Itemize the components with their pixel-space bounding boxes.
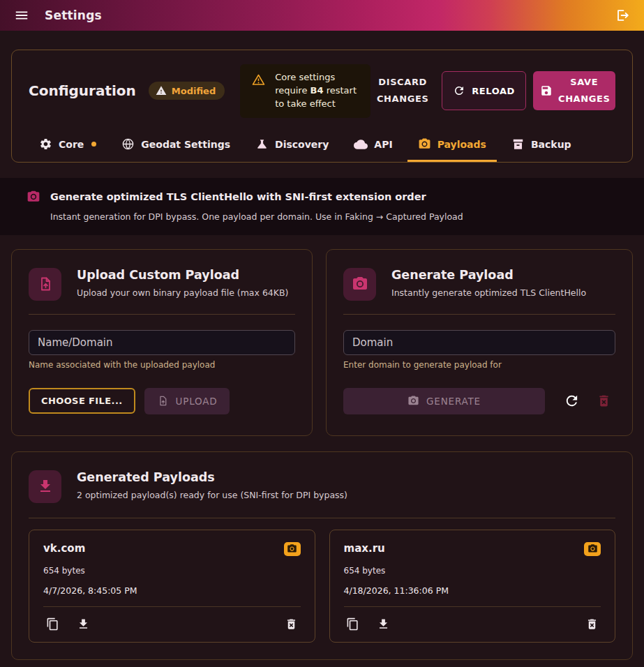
globe-icon <box>121 137 135 151</box>
tab-payloads-label: Payloads <box>437 139 486 150</box>
payload-card-vk: vk.com 654 bytes 4/7/2026, 8:45:05 PM <box>29 530 315 643</box>
payload-domain: vk.com <box>43 542 85 555</box>
modified-badge-label: Modified <box>172 86 216 96</box>
choose-file-button[interactable]: CHOOSE FILE... <box>29 388 135 414</box>
tab-discovery-label: Discovery <box>275 139 329 150</box>
generate-card-subtitle: Instantly generate optimized TLS ClientH… <box>391 287 586 298</box>
camera-badge-icon <box>584 542 601 556</box>
tab-api-label: API <box>374 139 392 150</box>
core-modified-dot <box>91 142 96 147</box>
delete-button[interactable] <box>283 615 301 634</box>
generated-subtitle: 2 optimized payload(s) ready for use (SN… <box>77 490 347 500</box>
download-button[interactable] <box>74 615 92 634</box>
name-domain-input[interactable] <box>29 330 295 355</box>
gear-icon <box>39 137 52 151</box>
copy-icon <box>346 617 359 631</box>
copy-icon <box>46 617 59 631</box>
warning-icon <box>156 85 167 96</box>
payload-list: vk.com 654 bytes 4/7/2026, 8:45:05 PM <box>29 530 615 643</box>
warning-triangle-icon <box>251 73 266 87</box>
save-icon <box>540 84 553 97</box>
upload-custom-payload-card: Upload Custom Payload Upload your own bi… <box>11 249 313 436</box>
refresh-button[interactable] <box>560 389 583 413</box>
payloads-info-banner: Generate optimized TLS ClientHello with … <box>0 178 644 235</box>
payload-card-max: max.ru 654 bytes 4/18/2026, 11:36:06 PM <box>329 530 616 643</box>
generate-card-title: Generate Payload <box>391 268 586 282</box>
tab-geodat-label: Geodat Settings <box>141 139 230 150</box>
generate-button-label: GENERATE <box>426 396 481 407</box>
delete-button[interactable] <box>583 615 601 634</box>
camera-icon <box>27 190 40 204</box>
camera-icon <box>418 137 431 151</box>
tab-payloads[interactable]: Payloads <box>407 129 497 162</box>
cloud-icon <box>354 137 368 151</box>
generated-payloads-panel: Generated Payloads 2 optimized payload(s… <box>11 451 633 660</box>
save-changes-label: SAVE CHANGES <box>558 74 610 108</box>
restart-warning: Core settings require B4 restart to take… <box>240 64 370 118</box>
camera-icon <box>407 395 419 407</box>
download-icon <box>77 617 90 631</box>
flask-icon <box>255 137 269 151</box>
camera-badge-icon <box>284 542 301 556</box>
generate-payload-card: Generate Payload Instantly generate opti… <box>326 249 633 436</box>
tab-api[interactable]: API <box>343 129 403 162</box>
generate-button[interactable]: GENERATE <box>343 388 545 414</box>
refresh-icon <box>453 84 465 97</box>
trash-icon <box>285 617 298 631</box>
save-changes-button[interactable]: SAVE CHANGES <box>533 71 615 110</box>
copy-button[interactable] <box>344 615 362 634</box>
trash-icon <box>585 617 599 631</box>
tab-backup[interactable]: Backup <box>501 129 582 162</box>
file-upload-icon <box>157 395 169 407</box>
copy-button[interactable] <box>43 615 61 634</box>
reload-button[interactable]: RELOAD <box>442 71 526 110</box>
logout-icon[interactable] <box>613 6 631 24</box>
download-icon <box>29 470 61 503</box>
discard-changes-button[interactable]: DISCARD CHANGES <box>370 74 435 108</box>
domain-input[interactable] <box>343 330 615 355</box>
upload-button-label: UPLOAD <box>176 396 218 407</box>
payload-timestamp: 4/7/2026, 8:45:05 PM <box>43 585 301 596</box>
configuration-title: Configuration <box>29 82 136 99</box>
tab-core-label: Core <box>59 139 84 150</box>
payload-size: 654 bytes <box>344 566 601 576</box>
tab-core[interactable]: Core <box>29 129 107 162</box>
settings-tabs: Core Geodat Settings Discovery API Paylo… <box>29 129 615 162</box>
upload-card-title: Upload Custom Payload <box>77 268 288 282</box>
tab-geodat-settings[interactable]: Geodat Settings <box>111 129 241 162</box>
download-icon <box>377 617 390 631</box>
trash-icon <box>597 394 611 408</box>
tab-backup-label: Backup <box>531 139 571 150</box>
restart-warning-text: Core settings require B4 restart to take… <box>275 71 359 111</box>
app-bar: Settings <box>0 0 644 31</box>
download-button[interactable] <box>375 615 393 634</box>
modified-badge: Modified <box>149 82 225 100</box>
archive-icon <box>511 137 525 151</box>
payload-domain: max.ru <box>344 542 385 555</box>
generated-title: Generated Payloads <box>77 470 347 484</box>
upload-button[interactable]: UPLOAD <box>144 388 230 414</box>
hamburger-menu-icon[interactable] <box>13 6 31 24</box>
tab-discovery[interactable]: Discovery <box>245 129 339 162</box>
domain-helper: Enter domain to generate payload for <box>343 360 615 370</box>
camera-icon <box>343 268 376 301</box>
page-title: Settings <box>45 8 102 22</box>
refresh-icon <box>564 393 580 409</box>
banner-subtitle: Instant generation for DPI bypass. One p… <box>50 211 617 222</box>
reload-label: RELOAD <box>472 86 515 96</box>
clear-payloads-button[interactable] <box>592 389 615 413</box>
payload-timestamp: 4/18/2026, 11:36:06 PM <box>344 585 601 596</box>
upload-card-subtitle: Upload your own binary payload file (max… <box>77 287 288 298</box>
banner-title: Generate optimized TLS ClientHello with … <box>50 191 426 202</box>
configuration-panel: Configuration Modified Core settings req… <box>11 50 633 163</box>
file-upload-icon <box>29 268 61 301</box>
payload-size: 654 bytes <box>43 566 301 576</box>
name-domain-helper: Name associated with the uploaded payloa… <box>29 360 295 370</box>
